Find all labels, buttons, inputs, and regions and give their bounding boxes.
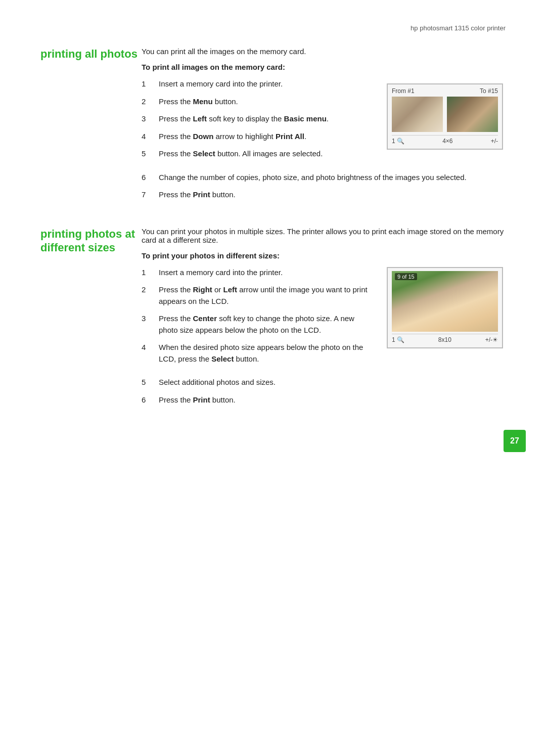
section2-intro: You can print your photos in multiple si…: [142, 227, 506, 244]
section2-content: 1 Insert a memory card into the printer.…: [142, 267, 506, 371]
step-num: 6: [142, 172, 154, 184]
step-1-2: 2 Press the Menu button.: [142, 96, 369, 108]
lcd-photo-label: 9 of 15: [395, 273, 417, 280]
step-text: Insert a memory card into the printer.: [159, 267, 369, 279]
lcd-top-labels: From #1 To #15: [392, 87, 498, 95]
step-num: 5: [142, 148, 154, 160]
lcd-to-label: To #15: [480, 87, 498, 95]
lcd-photo-baby: 9 of 15: [392, 271, 498, 332]
step-num: 2: [142, 284, 154, 307]
lcd-size-2: 8x10: [438, 336, 451, 343]
step-1-7: 7 Press the Print button.: [142, 189, 506, 201]
header-title: hp photosmart 1315 color printer: [411, 24, 506, 32]
step-2-2: 2 Press the Right or Left arrow until th…: [142, 284, 369, 307]
section1-steps: 1 Insert a memory card into the printer.…: [142, 78, 369, 166]
section2-subheading: To print your photos in different sizes:: [142, 251, 506, 260]
lcd-bottom-bar: 1 🔍 4×6 +/-: [392, 135, 498, 145]
lcd-copies-2: 1 🔍: [392, 336, 404, 343]
step-text: When the desired photo size appears belo…: [159, 342, 369, 365]
page-header: hp photosmart 1315 color printer: [40, 24, 506, 32]
step-num: 4: [142, 342, 154, 365]
step-num: 5: [142, 377, 154, 388]
lcd-preview-1: From #1 To #15 1 🔍 4×6 +/-: [387, 83, 503, 150]
step-1-5: 5 Press the Select button. All images ar…: [142, 148, 369, 160]
step-text: Press the Center soft key to change the …: [159, 313, 369, 336]
section-different-sizes: printing photos at different sizes You c…: [40, 227, 506, 412]
step-num: 1: [142, 78, 154, 90]
step-num: 1: [142, 267, 154, 279]
step-text: Select additional photos and sizes.: [159, 377, 506, 388]
section1-subheading: To print all images on the memory card:: [142, 63, 506, 71]
section2-body: You can print your photos in multiple si…: [142, 227, 506, 412]
lcd-photo-to: [447, 97, 498, 132]
step-1-4: 4 Press the Down arrow to highlight Prin…: [142, 131, 369, 143]
step-num: 3: [142, 113, 154, 125]
lcd-size: 4×6: [442, 138, 452, 145]
lcd-from-label: From #1: [392, 87, 415, 95]
step-text: Press the Right or Left arrow until the …: [159, 284, 369, 307]
step-text: Press the Left soft key to display the B…: [159, 113, 369, 125]
section-print-all: printing all photos You can print all th…: [40, 47, 506, 207]
lcd-brightness-2: +/-☀: [485, 336, 498, 343]
step-2-3: 3 Press the Center soft key to change th…: [142, 313, 369, 336]
step-2-6: 6 Press the Print button.: [142, 394, 506, 406]
step-1-1: 1 Insert a memory card into the printer.: [142, 78, 369, 90]
section2-title: printing photos at different sizes: [40, 227, 142, 412]
page: hp photosmart 1315 color printer printin…: [0, 0, 546, 472]
step-2-1: 1 Insert a memory card into the printer.: [142, 267, 369, 279]
lcd-preview-2: 9 of 15 1 🔍 8x10 +/-☀: [387, 267, 503, 348]
step-num: 7: [142, 189, 154, 201]
lcd-copies: 1 🔍: [392, 138, 404, 145]
step-text: Press the Select button. All images are …: [159, 148, 369, 160]
lcd-photos-row: [392, 97, 498, 132]
section2-steps: 1 Insert a memory card into the printer.…: [142, 267, 369, 371]
step-num: 2: [142, 96, 154, 108]
lcd-photo-from: [392, 97, 443, 132]
step-num: 6: [142, 394, 154, 406]
section2-image-panel: 9 of 15 1 🔍 8x10 +/-☀: [384, 267, 506, 371]
step-2-4: 4 When the desired photo size appears be…: [142, 342, 369, 365]
step-1-3: 3 Press the Left soft key to display the…: [142, 113, 369, 125]
step-num: 3: [142, 313, 154, 336]
step-text: Press the Print button.: [159, 394, 506, 406]
lcd-brightness: +/-: [491, 138, 498, 145]
step-2-5: 5 Select additional photos and sizes.: [142, 377, 506, 388]
section1-title: printing all photos: [40, 47, 142, 207]
page-number: 27: [504, 430, 526, 452]
section1-image-panel: From #1 To #15 1 🔍 4×6 +/-: [384, 78, 506, 166]
step-text: Insert a memory card into the printer.: [159, 78, 369, 90]
step-text: Press the Down arrow to highlight Print …: [159, 131, 369, 143]
step-text: Press the Menu button.: [159, 96, 369, 108]
section1-content: 1 Insert a memory card into the printer.…: [142, 78, 506, 166]
step-num: 4: [142, 131, 154, 143]
step-1-6: 6 Change the number of copies, photo siz…: [142, 172, 506, 184]
lcd-bottom-bar-2: 1 🔍 8x10 +/-☀: [392, 334, 498, 343]
section1-intro: You can print all the images on the memo…: [142, 47, 506, 56]
step-text: Change the number of copies, photo size,…: [159, 172, 506, 184]
section1-body: You can print all the images on the memo…: [142, 47, 506, 207]
step-text: Press the Print button.: [159, 189, 506, 201]
